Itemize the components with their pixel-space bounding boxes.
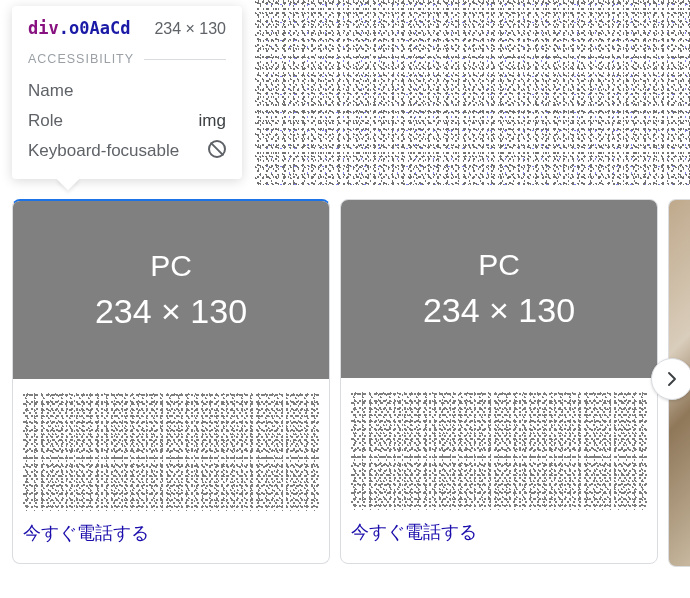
placeholder-dims: 234 × 130: [95, 287, 247, 336]
tooltip-section-label: ACCESSIBILITY: [28, 52, 226, 66]
tooltip-class: .o0AaCd: [59, 18, 131, 38]
tooltip-header: div.o0AaCd 234 × 130: [28, 18, 226, 38]
card-image-placeholder: PC 234 × 130: [13, 201, 329, 379]
obscured-content-top: [255, 0, 690, 185]
card-body: 今すぐ電話する: [341, 378, 657, 562]
result-card[interactable]: PC 234 × 130 今すぐ電話する: [12, 199, 330, 564]
tooltip-dimensions: 234 × 130: [154, 20, 226, 38]
tooltip-val: img: [199, 106, 226, 136]
tooltip-row-focusable: Keyboard-focusable: [28, 136, 226, 166]
tooltip-key: Name: [28, 76, 73, 106]
chevron-right-icon: [663, 370, 681, 388]
tooltip-selector: div.o0AaCd: [28, 18, 130, 38]
tooltip-key: Role: [28, 106, 63, 136]
result-card[interactable]: PC 234 × 130 今すぐ電話する: [340, 199, 658, 564]
call-now-link[interactable]: 今すぐ電話する: [351, 520, 647, 544]
obscured-card-text: [23, 393, 319, 511]
card-image-placeholder: PC 234 × 130: [341, 200, 657, 378]
tooltip-key: Keyboard-focusable: [28, 136, 179, 166]
devtools-tooltip: div.o0AaCd 234 × 130 ACCESSIBILITY Name …: [12, 6, 242, 179]
tooltip-tag: div: [28, 18, 59, 38]
card-body: 今すぐ電話する: [13, 379, 329, 563]
cards-row: PC 234 × 130 今すぐ電話する PC 234 × 130 今すぐ電話す…: [12, 199, 658, 564]
call-now-link[interactable]: 今すぐ電話する: [23, 521, 319, 545]
tooltip-pointer: [57, 168, 80, 191]
tooltip-row-role: Role img: [28, 106, 226, 136]
placeholder-dims: 234 × 130: [423, 286, 575, 335]
placeholder-label: PC: [478, 243, 520, 287]
not-allowed-icon: [208, 136, 226, 166]
placeholder-label: PC: [150, 244, 192, 288]
carousel-next-button[interactable]: [651, 358, 690, 400]
obscured-card-text: [351, 392, 647, 510]
tooltip-row-name: Name: [28, 76, 226, 106]
